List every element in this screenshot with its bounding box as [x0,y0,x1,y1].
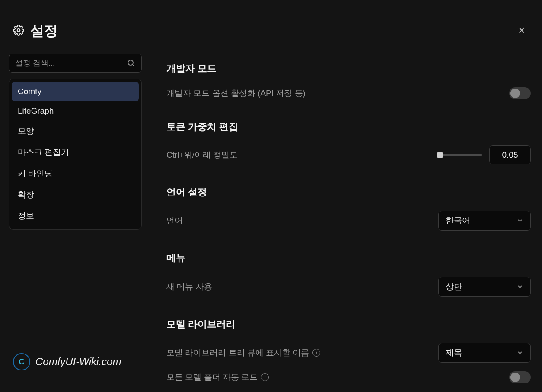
search-icon [127,59,135,67]
info-icon[interactable]: i [261,373,269,381]
svg-point-0 [17,29,20,32]
chevron-down-icon [516,283,523,290]
dev-mode-label: 개발자 모드 옵션 활성화 (API 저장 등) [166,88,306,99]
language-select[interactable]: 한국어 [438,211,531,231]
chevron-down-icon [516,217,523,224]
language-label: 언어 [166,215,183,226]
info-icon[interactable]: i [312,349,320,357]
language-value: 한국어 [446,215,470,226]
model-autoload-toggle[interactable] [509,371,531,383]
model-autoload-label: 모든 모델 폴더 자동 로드 i [166,372,269,383]
sidebar-item-litegraph[interactable]: LiteGraph [12,101,139,120]
precision-slider[interactable] [437,154,482,156]
sidebar-nav: Comfy LiteGraph 모양 마스크 편집기 키 바인딩 확장 정보 [9,79,142,230]
model-tree-name-select[interactable]: 제목 [438,343,531,363]
sidebar-item-comfy[interactable]: Comfy [12,82,139,101]
search-box[interactable] [9,54,142,73]
close-icon [517,25,526,35]
menu-select[interactable]: 상단 [438,277,531,297]
sidebar-item-about[interactable]: 정보 [12,205,139,226]
section-title-model-library: 모델 라이브러리 [166,318,531,331]
section-title-dev-mode: 개발자 모드 [166,62,531,75]
precision-input[interactable] [489,145,531,164]
model-tree-name-label: 모델 라이브러리 트리 뷰에 표시할 이름 i [166,347,320,358]
gear-icon [13,25,24,38]
watermark-text: ComfyUI-Wiki.com [35,356,121,368]
section-title-language: 언어 설정 [166,186,531,199]
sidebar-item-mask-editor[interactable]: 마스크 편집기 [12,142,139,163]
watermark-logo-icon: C [13,353,30,370]
precision-label: Ctrl+위/아래 정밀도 [166,149,238,161]
svg-point-3 [128,60,133,65]
close-button[interactable] [514,23,529,39]
model-tree-name-value: 제목 [446,347,462,358]
chevron-down-icon [516,349,523,356]
section-title-token-weight: 토큰 가중치 편집 [166,120,531,133]
sidebar-item-appearance[interactable]: 모양 [12,121,139,142]
search-input[interactable] [15,59,127,68]
svg-line-4 [133,65,134,66]
menu-value: 상단 [446,281,462,292]
menu-label: 새 메뉴 사용 [166,281,212,292]
sidebar-item-keybinding[interactable]: 키 바인딩 [12,163,139,184]
dev-mode-toggle[interactable] [509,87,531,99]
sidebar-item-extensions[interactable]: 확장 [12,184,139,205]
watermark: C ComfyUI-Wiki.com [13,353,121,370]
section-title-menu: 메뉴 [166,252,531,265]
page-title: 설정 [30,22,58,41]
